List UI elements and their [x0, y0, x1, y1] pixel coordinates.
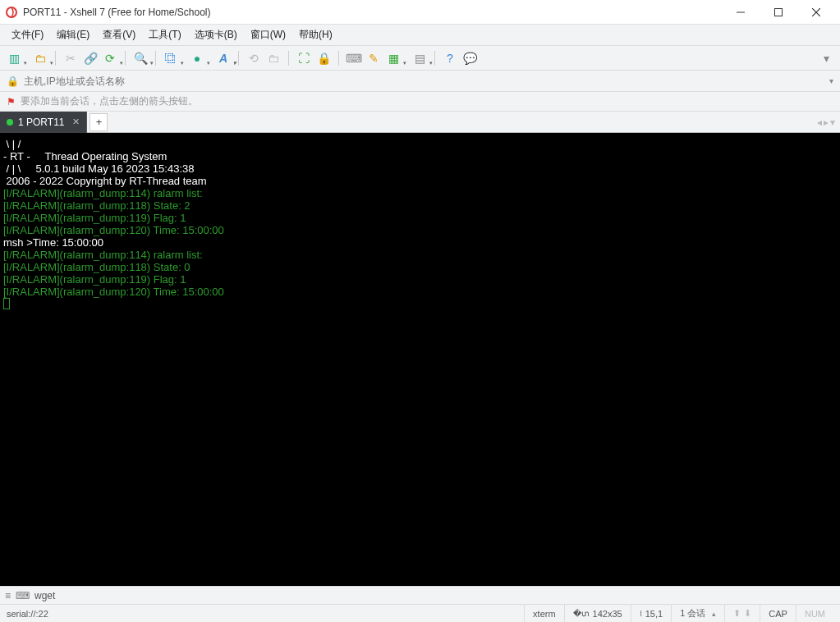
tab-prev-icon[interactable]: ◂	[817, 117, 822, 128]
bottombar: ≡ ⌨ wget	[0, 586, 840, 604]
menu-window[interactable]: 窗口(W)	[244, 25, 292, 44]
tab-next-icon[interactable]: ▸	[824, 117, 829, 128]
hintbar: ⚑ 要添加当前会话，点击左侧的箭头按钮。	[0, 92, 840, 112]
status-cap: CAP	[760, 605, 796, 622]
status-updown: ⬆⬇	[724, 605, 760, 622]
addressbar: 🔒 ▾	[0, 71, 840, 92]
status-size: �տ142x35	[564, 605, 631, 622]
menu-view[interactable]: 查看(V)	[96, 25, 142, 44]
cut-icon[interactable]: ✂	[62, 49, 80, 67]
menu-edit[interactable]: 编辑(E)	[50, 25, 96, 44]
globe-icon[interactable]: ●	[188, 49, 206, 67]
copy-icon[interactable]: ⿻	[162, 49, 180, 67]
refresh-icon[interactable]: ⟲	[245, 49, 263, 67]
hint-text: 要添加当前会话，点击左侧的箭头按钮。	[21, 94, 198, 108]
tab-status-icon	[7, 119, 13, 126]
status-term: xterm	[524, 605, 564, 622]
reconnect-icon[interactable]: ⟳	[101, 49, 119, 67]
chat-icon[interactable]: 💬	[461, 49, 479, 67]
addressbar-dropdown-icon[interactable]: ▾	[829, 76, 833, 85]
tab-label: 1 PORT11	[18, 117, 64, 128]
fullscreen-icon[interactable]: ⛶	[295, 49, 313, 67]
tabbar: 1 PORT11 ✕ + ◂ ▸ ▾	[0, 112, 840, 133]
menu-file[interactable]: 文件(F)	[5, 25, 50, 44]
window-controls	[722, 0, 835, 25]
status-sessions: 1 会话▴	[671, 605, 724, 622]
flag-icon: ⚑	[7, 96, 16, 107]
toolbar-overflow-icon[interactable]: ▾	[817, 49, 835, 67]
folder2-icon[interactable]: 🗀	[264, 49, 282, 67]
tab-menu-icon[interactable]: ▾	[830, 117, 835, 128]
menubar: 文件(F) 编辑(E) 查看(V) 工具(T) 选项卡(B) 窗口(W) 帮助(…	[0, 25, 840, 46]
toolbar: ▥ 🗀 ✂ 🔗 ⟳ 🔍 ⿻ ● A ⟲ 🗀 ⛶ 🔒 ⌨ ✎ ▦ ▤ ? 💬 ▾	[0, 46, 840, 71]
tab-close-icon[interactable]: ✕	[72, 117, 80, 127]
menu-help[interactable]: 帮助(H)	[292, 25, 339, 44]
titlebar: PORT11 - Xshell 7 (Free for Home/School)	[0, 0, 840, 25]
link-icon[interactable]: 🔗	[81, 49, 99, 67]
window-title: PORT11 - Xshell 7 (Free for Home/School)	[23, 7, 722, 18]
status-pos: ⁞15,1	[631, 605, 671, 622]
address-input[interactable]	[24, 73, 824, 89]
lock-icon[interactable]: 🔒	[314, 49, 333, 67]
status-num: NUM	[796, 605, 833, 622]
addressbar-lock-icon: 🔒	[7, 75, 19, 87]
toolbar-separator	[238, 51, 239, 66]
font-icon[interactable]: A	[214, 49, 232, 67]
close-button[interactable]	[797, 0, 835, 25]
layout-icon[interactable]: ▤	[411, 49, 429, 67]
toolbar-separator	[338, 51, 339, 66]
open-folder-icon[interactable]: 🗀	[31, 49, 49, 67]
minimize-button[interactable]	[722, 0, 760, 25]
tab-nav: ◂ ▸ ▾	[817, 117, 840, 128]
bottom-menu-icon[interactable]: ≡	[5, 590, 11, 601]
add-tab-button[interactable]: +	[90, 113, 108, 131]
status-connection: serial://:22	[7, 609, 524, 619]
grid-icon[interactable]: ▦	[384, 49, 402, 67]
highlight-icon[interactable]: ✎	[365, 49, 383, 67]
statusbar: serial://:22 xterm �տ142x35 ⁞15,1 1 会话▴ …	[0, 604, 840, 622]
toolbar-separator	[434, 51, 435, 66]
bottom-label: wget	[34, 590, 55, 601]
menu-tabs[interactable]: 选项卡(B)	[188, 25, 244, 44]
toolbar-separator	[55, 51, 56, 66]
session-tab[interactable]: 1 PORT11 ✕	[0, 112, 87, 133]
toolbar-separator	[288, 51, 289, 66]
new-session-icon[interactable]: ▥	[5, 49, 23, 67]
terminal[interactable]: \ | /- RT - Thread Operating System / | …	[0, 133, 840, 586]
bottom-keyboard-icon[interactable]: ⌨	[16, 590, 30, 601]
svg-point-0	[7, 7, 16, 17]
toolbar-separator	[155, 51, 156, 66]
maximize-button[interactable]	[760, 0, 797, 25]
keyboard-icon[interactable]: ⌨	[345, 49, 363, 67]
search-icon[interactable]: 🔍	[131, 49, 149, 67]
svg-rect-2	[775, 8, 783, 16]
help-icon[interactable]: ?	[441, 49, 459, 67]
app-icon	[5, 6, 18, 19]
menu-tools[interactable]: 工具(T)	[142, 25, 187, 44]
toolbar-separator	[125, 51, 126, 66]
